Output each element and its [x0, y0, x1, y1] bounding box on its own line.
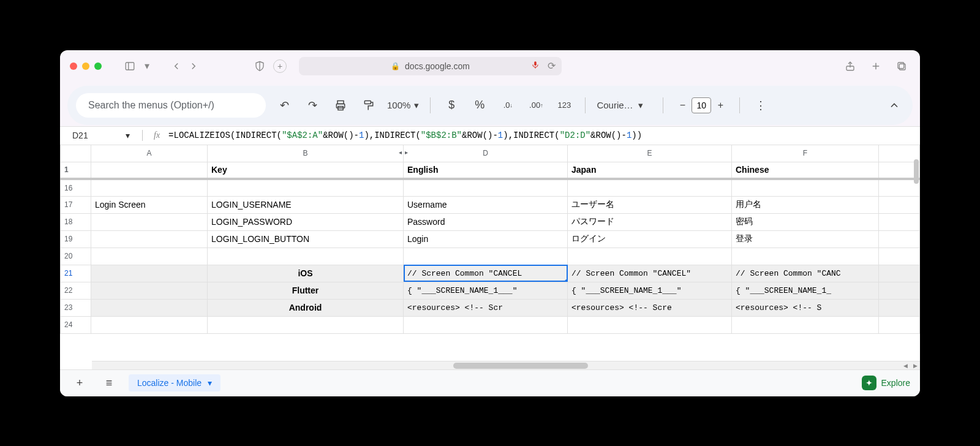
row-header[interactable]: 18	[61, 213, 91, 230]
decrease-font-size-button[interactable]: −	[674, 97, 690, 113]
cell[interactable]: パスワード	[568, 213, 732, 230]
chevron-down-icon[interactable]: ▾	[208, 378, 212, 388]
cell[interactable]: <resources> <!-- S	[732, 299, 879, 316]
selected-cell[interactable]: // Screen Common "CANCEL	[404, 265, 568, 282]
scroll-right-icon[interactable]: ▶	[910, 361, 920, 369]
percent-format-button[interactable]: %	[470, 96, 489, 115]
cell[interactable]: Flutter	[208, 282, 404, 299]
name-box[interactable]: D21 ▾	[67, 130, 135, 140]
cell[interactable]	[91, 265, 208, 282]
cell[interactable]: 密码	[732, 213, 879, 230]
cell[interactable]	[879, 248, 920, 265]
column-header-blank[interactable]	[879, 145, 920, 162]
cell[interactable]	[404, 316, 568, 333]
address-bar[interactable]: 🔒 docs.google.com ⟳	[299, 57, 562, 75]
cell[interactable]	[879, 196, 920, 213]
cell[interactable]	[91, 213, 208, 230]
share-icon[interactable]	[842, 58, 859, 75]
row-header[interactable]: 19	[61, 230, 91, 248]
add-sheet-button[interactable]: +	[70, 373, 89, 393]
cell[interactable]: <resources> <!-- Scr	[404, 299, 568, 316]
cell[interactable]	[568, 179, 732, 196]
fullscreen-window-button[interactable]	[94, 62, 102, 70]
cell[interactable]	[879, 230, 920, 248]
scroll-left-icon[interactable]: ◀	[900, 361, 910, 369]
cell[interactable]	[404, 248, 568, 265]
cell[interactable]	[732, 316, 879, 333]
scrollbar-thumb[interactable]	[453, 363, 588, 369]
vertical-scrollbar[interactable]	[914, 159, 919, 184]
collapse-toolbar-button[interactable]	[884, 96, 904, 115]
paint-format-button[interactable]	[359, 96, 379, 115]
cell[interactable]: { "___SCREEN_NAME_1___"	[404, 282, 568, 299]
row-header[interactable]: 20	[61, 248, 91, 265]
cell[interactable]	[879, 299, 920, 316]
cell[interactable]: <resources> <!-- Scre	[568, 299, 732, 316]
shield-icon[interactable]	[251, 58, 268, 75]
cell[interactable]	[879, 213, 920, 230]
row-header[interactable]: 16	[61, 179, 91, 196]
cell[interactable]: Password	[404, 213, 568, 230]
cell[interactable]: Login Screen	[91, 196, 208, 213]
cell[interactable]: English	[404, 162, 568, 179]
cell[interactable]: ログイン	[568, 230, 732, 248]
reload-icon[interactable]: ⟳	[548, 60, 556, 72]
cell[interactable]: LOGIN_USERNAME	[208, 196, 404, 213]
currency-format-button[interactable]: $	[442, 96, 461, 115]
row-header[interactable]: 1	[61, 162, 91, 179]
forward-button[interactable]	[185, 58, 202, 75]
cell[interactable]	[732, 179, 879, 196]
column-header-F[interactable]: F	[732, 145, 879, 162]
cell[interactable]: 用户名	[732, 196, 879, 213]
cell[interactable]	[91, 282, 208, 299]
redo-button[interactable]: ↷	[303, 96, 322, 115]
cell[interactable]: Key	[208, 162, 404, 179]
back-button[interactable]	[168, 58, 185, 75]
cell[interactable]	[208, 316, 404, 333]
cell[interactable]: // Screen Common "CANC	[732, 265, 879, 282]
cell[interactable]: ユーザー名	[568, 196, 732, 213]
cell[interactable]	[568, 316, 732, 333]
column-header-D[interactable]: D	[404, 145, 568, 162]
chevron-down-icon[interactable]: ▾	[138, 58, 156, 75]
cell[interactable]	[208, 248, 404, 265]
cell[interactable]: { "___SCREEN_NAME_1___"	[568, 282, 732, 299]
cell[interactable]: Username	[404, 196, 568, 213]
cell[interactable]: // Screen Common "CANCEL"	[568, 265, 732, 282]
cell[interactable]: Login	[404, 230, 568, 248]
close-window-button[interactable]	[70, 62, 77, 70]
all-sheets-button[interactable]: ≡	[99, 373, 119, 393]
plus-icon[interactable]	[867, 58, 884, 75]
more-formats-button[interactable]: 123	[554, 96, 574, 115]
cell[interactable]: 登录	[732, 230, 879, 248]
cell[interactable]: Chinese	[732, 162, 879, 179]
decrease-decimal-button[interactable]: .0↓	[498, 96, 518, 115]
cell[interactable]	[879, 316, 920, 333]
column-header-A[interactable]: A	[91, 145, 208, 162]
row-header[interactable]: 17	[61, 196, 91, 213]
row-header[interactable]: 22	[61, 282, 91, 299]
cell[interactable]	[91, 179, 208, 196]
cell[interactable]	[879, 282, 920, 299]
minimize-window-button[interactable]	[82, 62, 89, 70]
horizontal-scrollbar[interactable]	[92, 361, 908, 369]
increase-decimal-button[interactable]: .00↑	[526, 96, 546, 115]
sheet-tab-active[interactable]: Localize - Mobile ▾	[129, 374, 221, 391]
cell[interactable]: iOS	[208, 265, 404, 282]
sidebar-icon[interactable]	[121, 58, 138, 75]
font-family-select[interactable]: Courie… ▾	[597, 100, 652, 111]
print-button[interactable]	[331, 96, 350, 115]
microphone-icon[interactable]	[531, 61, 540, 72]
new-tab-icon[interactable]: +	[273, 59, 287, 73]
cell[interactable]	[91, 316, 208, 333]
select-all-corner[interactable]	[61, 145, 91, 162]
row-header[interactable]: 21	[61, 265, 91, 282]
menu-search-input[interactable]: Search the menus (Option+/)	[76, 93, 266, 118]
cell[interactable]	[91, 299, 208, 316]
cell[interactable]: { "___SCREEN_NAME_1_	[732, 282, 879, 299]
cell[interactable]: LOGIN_PASSWORD	[208, 213, 404, 230]
column-header-E[interactable]: E	[568, 145, 732, 162]
cell[interactable]	[568, 248, 732, 265]
cell[interactable]	[208, 179, 404, 196]
spreadsheet-grid[interactable]: A B D E F 1 Key English Japan Chinese 16…	[60, 145, 920, 369]
